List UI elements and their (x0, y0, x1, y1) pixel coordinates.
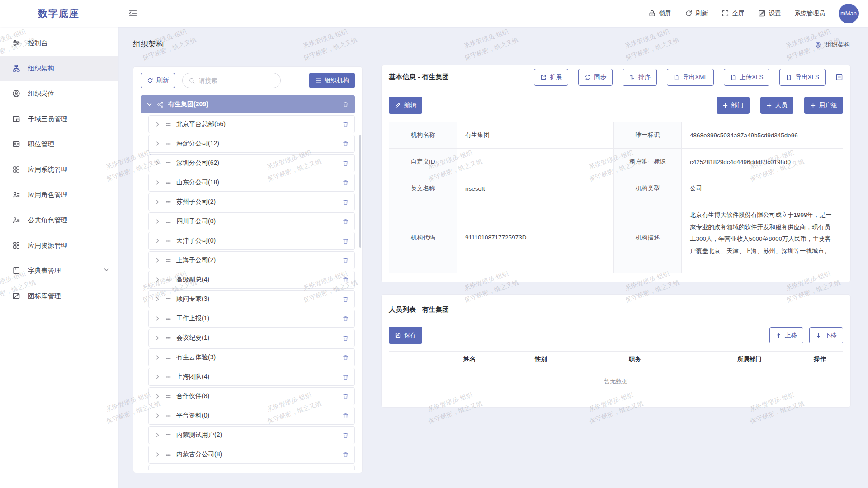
delete-node-button[interactable] (342, 354, 349, 361)
info-value: 91110108717725973D (457, 202, 614, 273)
delete-node-button[interactable] (342, 218, 349, 225)
info-label: 机构代码 (389, 202, 457, 273)
add-用户组-button[interactable]: 用户组 (804, 97, 844, 114)
menu-fold-icon[interactable] (128, 9, 137, 18)
header-action-刷新[interactable]: 刷新 (685, 9, 708, 18)
delete-node-button[interactable] (342, 277, 349, 283)
delete-node-button[interactable] (342, 160, 349, 167)
sidebar-item-6[interactable]: 应用角色管理 (0, 182, 118, 207)
drag-handle-icon (165, 238, 172, 244)
save-icon (395, 332, 401, 338)
排序-button[interactable]: 排序 (623, 69, 657, 86)
header-action-设置[interactable]: 设置 (758, 9, 781, 18)
tree-node-7[interactable]: 上海子公司(2) (148, 251, 355, 269)
chevron-down-icon[interactable] (146, 102, 152, 108)
tree-node-5[interactable]: 四川子公司(0) (148, 212, 355, 230)
tree-node-3[interactable]: 山东分公司(18) (148, 174, 355, 192)
tree-node-14[interactable]: 合作伙伴(8) (148, 387, 355, 405)
delete-node-button[interactable] (342, 451, 349, 458)
tree-refresh-button[interactable]: 刷新 (141, 73, 175, 88)
tree-node-15[interactable]: 平台资料(0) (148, 407, 355, 425)
tree-node-6[interactable]: 天津子公司(0) (148, 232, 355, 250)
sidebar-item-label: 职位管理 (28, 140, 54, 149)
tree-node-1[interactable]: 海淀分公司(12) (148, 135, 355, 153)
tree-node-2[interactable]: 深圳分公司(62) (148, 154, 355, 172)
plus-icon (766, 103, 772, 108)
position-mgmt-icon (12, 140, 20, 148)
tree-node-0[interactable]: 北京平台总部(66) (148, 115, 355, 133)
delete-node-button[interactable] (342, 296, 349, 303)
sidebar-item-3[interactable]: 子域三员管理 (0, 106, 118, 131)
delete-node-button[interactable] (342, 315, 349, 322)
move-down-button[interactable]: 下移 (809, 327, 843, 343)
tree-root-node[interactable]: 有生集团(209) (141, 95, 355, 113)
search-input[interactable] (199, 77, 274, 84)
sidebar-item-label: 组织架构 (28, 64, 54, 73)
header-action-全屏[interactable]: 全屏 (722, 9, 745, 18)
delete-node-button[interactable] (342, 121, 349, 128)
tree-root-label: 有生集团(209) (168, 100, 208, 108)
chevron-right-icon (155, 355, 160, 360)
collapse-panel-icon[interactable] (835, 73, 843, 81)
add-人员-button[interactable]: 人员 (760, 97, 793, 114)
sidebar-item-9[interactable]: 字典表管理 (0, 258, 118, 283)
app-resource-icon (12, 241, 20, 249)
sidebar-item-4[interactable]: 职位管理 (0, 131, 118, 157)
同步-button[interactable]: 同步 (578, 69, 613, 86)
add-部门-button[interactable]: 部门 (717, 97, 750, 114)
tree-node-12[interactable]: 有生云体验(3) (148, 348, 355, 366)
delete-node-button[interactable] (342, 238, 349, 244)
上传XLS-button[interactable]: 上传XLS (724, 69, 770, 86)
tree-node-13[interactable]: 上海团队(4) (148, 368, 355, 386)
delete-node-button[interactable] (342, 335, 349, 342)
tree-node-label: 内蒙古分公司(8) (176, 450, 222, 459)
tree-node-9[interactable]: 顾问专家(3) (148, 290, 355, 308)
delete-node-button[interactable] (342, 374, 349, 380)
tree-node-label: 山东分公司(18) (176, 178, 219, 187)
tree-node-8[interactable]: 高级副总(4) (148, 271, 355, 289)
chevron-right-icon (155, 238, 160, 244)
扩展-button[interactable]: 扩展 (534, 69, 568, 86)
tree-node-10[interactable]: 工作上报(1) (148, 310, 355, 328)
file-icon (786, 74, 792, 80)
file-icon (673, 74, 679, 80)
sidebar-item-0[interactable]: 控制台 (0, 30, 118, 56)
header-action-锁屏[interactable]: 锁屏 (648, 9, 671, 18)
sidebar-item-7[interactable]: 公共角色管理 (0, 207, 118, 233)
sidebar-item-2[interactable]: 组织岗位 (0, 81, 118, 106)
tree-node-11[interactable]: 会议纪要(1) (148, 329, 355, 347)
delete-node-button[interactable] (342, 393, 349, 400)
sidebar-item-10[interactable]: 图标库管理 (0, 283, 118, 309)
info-value: 公司 (682, 175, 843, 202)
tree-node-label: 内蒙测试用户(2) (176, 431, 222, 439)
sidebar-item-5[interactable]: 应用系统管理 (0, 157, 118, 182)
drag-handle-icon (165, 218, 172, 225)
icon-library-icon (12, 292, 20, 300)
tree-node-18[interactable]: 管理员组(9) (148, 465, 355, 470)
delete-node-button[interactable] (342, 257, 349, 264)
edit-button[interactable]: 编辑 (389, 97, 422, 114)
tree-node-label: 会议纪要(1) (176, 334, 209, 342)
save-button[interactable]: 保存 (389, 327, 422, 344)
sidebar-item-1[interactable]: 组织架构 (0, 56, 118, 81)
delete-node-button[interactable] (342, 179, 349, 186)
org-structure-button[interactable]: 组织机构 (309, 73, 355, 88)
delete-node-button[interactable] (342, 141, 349, 147)
move-up-button[interactable]: 上移 (769, 327, 803, 343)
chevron-right-icon (155, 432, 160, 438)
delete-node-button[interactable] (342, 413, 349, 419)
tree-node-4[interactable]: 苏州子公司(2) (148, 193, 355, 211)
tree-node-16[interactable]: 内蒙测试用户(2) (148, 426, 355, 444)
导出XLS-button[interactable]: 导出XLS (779, 69, 826, 86)
导出XML-button[interactable]: 导出XML (667, 69, 714, 86)
delete-node-button[interactable] (342, 101, 349, 108)
avatar[interactable]: mMan (839, 4, 859, 23)
delete-node-button[interactable] (342, 199, 349, 206)
drag-handle-icon (165, 121, 172, 128)
hamburger-icon (315, 77, 321, 84)
tree-node-17[interactable]: 内蒙古分公司(8) (148, 446, 355, 464)
delete-node-button[interactable] (342, 432, 349, 439)
drag-handle-icon (165, 315, 172, 322)
tree-scrollbar[interactable] (359, 135, 361, 248)
sidebar-item-8[interactable]: 应用资源管理 (0, 233, 118, 258)
